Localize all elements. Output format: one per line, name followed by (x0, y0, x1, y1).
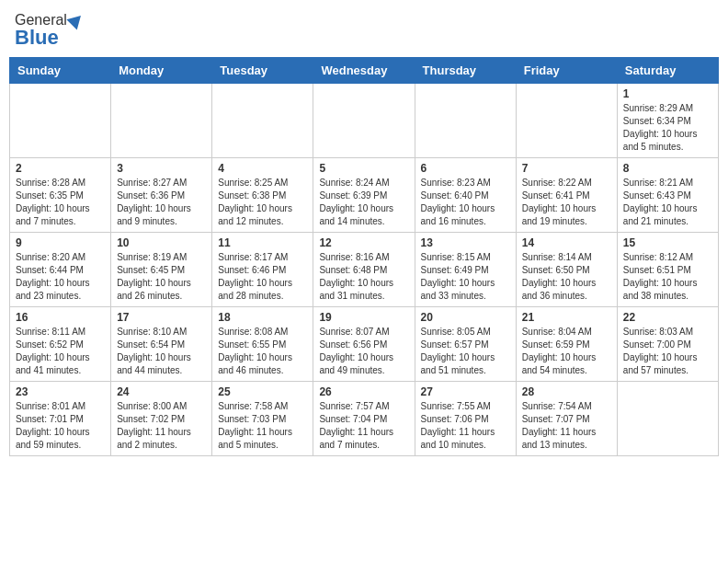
calendar-cell: 18Sunrise: 8:08 AM Sunset: 6:55 PM Dayli… (212, 307, 313, 382)
calendar-cell (313, 84, 415, 158)
weekday-header: Monday (111, 58, 212, 84)
calendar-header-row: SundayMondayTuesdayWednesdayThursdayFrid… (10, 58, 719, 84)
day-number: 25 (218, 385, 307, 398)
day-info: Sunrise: 8:12 AM Sunset: 6:51 PM Dayligh… (623, 251, 712, 303)
calendar-cell: 11Sunrise: 8:17 AM Sunset: 6:46 PM Dayli… (212, 233, 313, 307)
calendar-cell: 19Sunrise: 8:07 AM Sunset: 6:56 PM Dayli… (313, 307, 415, 382)
weekday-header: Thursday (415, 58, 516, 84)
page-header: General Blue (9, 9, 719, 52)
calendar-cell: 2Sunrise: 8:28 AM Sunset: 6:35 PM Daylig… (10, 158, 111, 233)
day-info: Sunrise: 8:29 AM Sunset: 6:34 PM Dayligh… (623, 102, 712, 154)
day-info: Sunrise: 8:00 AM Sunset: 7:02 PM Dayligh… (117, 400, 206, 452)
calendar-cell: 24Sunrise: 8:00 AM Sunset: 7:02 PM Dayli… (111, 382, 212, 456)
day-number: 4 (218, 162, 307, 175)
day-number: 6 (421, 162, 510, 175)
day-info: Sunrise: 8:04 AM Sunset: 6:59 PM Dayligh… (522, 326, 611, 377)
day-number: 23 (16, 385, 105, 398)
day-number: 15 (623, 236, 712, 249)
day-number: 1 (623, 87, 712, 100)
day-info: Sunrise: 8:14 AM Sunset: 6:50 PM Dayligh… (522, 251, 611, 303)
day-info: Sunrise: 8:22 AM Sunset: 6:41 PM Dayligh… (522, 177, 611, 228)
calendar-week-row: 16Sunrise: 8:11 AM Sunset: 6:52 PM Dayli… (10, 307, 719, 382)
weekday-header: Tuesday (212, 58, 313, 84)
day-number: 24 (117, 385, 206, 398)
calendar-cell: 26Sunrise: 7:57 AM Sunset: 7:04 PM Dayli… (313, 382, 415, 456)
day-number: 26 (319, 385, 408, 398)
day-info: Sunrise: 8:03 AM Sunset: 7:00 PM Dayligh… (623, 326, 712, 377)
day-info: Sunrise: 8:19 AM Sunset: 6:45 PM Dayligh… (117, 251, 206, 303)
calendar-cell: 16Sunrise: 8:11 AM Sunset: 6:52 PM Dayli… (10, 307, 111, 382)
weekday-header: Sunday (10, 58, 111, 84)
day-info: Sunrise: 8:08 AM Sunset: 6:55 PM Dayligh… (218, 326, 307, 377)
day-info: Sunrise: 8:07 AM Sunset: 6:56 PM Dayligh… (319, 326, 408, 377)
day-number: 9 (16, 236, 105, 249)
calendar-cell: 5Sunrise: 8:24 AM Sunset: 6:39 PM Daylig… (313, 158, 415, 233)
day-number: 10 (117, 236, 206, 249)
day-number: 13 (421, 236, 510, 249)
day-number: 14 (522, 236, 611, 249)
day-info: Sunrise: 8:15 AM Sunset: 6:49 PM Dayligh… (421, 251, 510, 303)
day-info: Sunrise: 8:20 AM Sunset: 6:44 PM Dayligh… (16, 251, 105, 303)
day-info: Sunrise: 7:54 AM Sunset: 7:07 PM Dayligh… (522, 400, 611, 452)
day-number: 16 (16, 311, 105, 324)
calendar-cell: 9Sunrise: 8:20 AM Sunset: 6:44 PM Daylig… (10, 233, 111, 307)
calendar-cell: 10Sunrise: 8:19 AM Sunset: 6:45 PM Dayli… (111, 233, 212, 307)
day-number: 12 (319, 236, 408, 249)
calendar-cell (617, 382, 718, 456)
calendar-cell (415, 84, 516, 158)
calendar-cell: 3Sunrise: 8:27 AM Sunset: 6:36 PM Daylig… (111, 158, 212, 233)
day-info: Sunrise: 8:28 AM Sunset: 6:35 PM Dayligh… (16, 177, 105, 228)
calendar-cell: 8Sunrise: 8:21 AM Sunset: 6:43 PM Daylig… (617, 158, 718, 233)
logo-triangle-icon (66, 10, 85, 29)
day-number: 21 (522, 311, 611, 324)
calendar-cell: 17Sunrise: 8:10 AM Sunset: 6:54 PM Dayli… (111, 307, 212, 382)
day-number: 8 (623, 162, 712, 175)
logo: General Blue (15, 13, 84, 48)
day-info: Sunrise: 8:11 AM Sunset: 6:52 PM Dayligh… (16, 326, 105, 377)
day-info: Sunrise: 8:23 AM Sunset: 6:40 PM Dayligh… (421, 177, 510, 228)
day-number: 3 (117, 162, 206, 175)
day-info: Sunrise: 8:24 AM Sunset: 6:39 PM Dayligh… (319, 177, 408, 228)
day-info: Sunrise: 7:55 AM Sunset: 7:06 PM Dayligh… (421, 400, 510, 452)
day-info: Sunrise: 8:25 AM Sunset: 6:38 PM Dayligh… (218, 177, 307, 228)
calendar-cell (212, 84, 313, 158)
calendar-cell: 12Sunrise: 8:16 AM Sunset: 6:48 PM Dayli… (313, 233, 415, 307)
day-info: Sunrise: 8:17 AM Sunset: 6:46 PM Dayligh… (218, 251, 307, 303)
calendar-cell: 14Sunrise: 8:14 AM Sunset: 6:50 PM Dayli… (516, 233, 617, 307)
calendar-cell: 6Sunrise: 8:23 AM Sunset: 6:40 PM Daylig… (415, 158, 516, 233)
calendar-cell: 28Sunrise: 7:54 AM Sunset: 7:07 PM Dayli… (516, 382, 617, 456)
day-number: 19 (319, 311, 408, 324)
calendar-week-row: 1Sunrise: 8:29 AM Sunset: 6:34 PM Daylig… (10, 84, 719, 158)
day-number: 22 (623, 311, 712, 324)
calendar-cell (10, 84, 111, 158)
calendar-cell: 22Sunrise: 8:03 AM Sunset: 7:00 PM Dayli… (617, 307, 718, 382)
logo-blue-text: Blue (15, 28, 59, 48)
day-info: Sunrise: 8:27 AM Sunset: 6:36 PM Dayligh… (117, 177, 206, 228)
day-number: 28 (522, 385, 611, 398)
calendar-table: SundayMondayTuesdayWednesdayThursdayFrid… (9, 57, 719, 456)
day-info: Sunrise: 7:57 AM Sunset: 7:04 PM Dayligh… (319, 400, 408, 452)
calendar-cell: 15Sunrise: 8:12 AM Sunset: 6:51 PM Dayli… (617, 233, 718, 307)
calendar-week-row: 9Sunrise: 8:20 AM Sunset: 6:44 PM Daylig… (10, 233, 719, 307)
calendar-cell: 1Sunrise: 8:29 AM Sunset: 6:34 PM Daylig… (617, 84, 718, 158)
calendar-week-row: 23Sunrise: 8:01 AM Sunset: 7:01 PM Dayli… (10, 382, 719, 456)
day-number: 17 (117, 311, 206, 324)
day-number: 18 (218, 311, 307, 324)
calendar-cell: 23Sunrise: 8:01 AM Sunset: 7:01 PM Dayli… (10, 382, 111, 456)
calendar-week-row: 2Sunrise: 8:28 AM Sunset: 6:35 PM Daylig… (10, 158, 719, 233)
day-number: 20 (421, 311, 510, 324)
day-number: 27 (421, 385, 510, 398)
weekday-header: Wednesday (313, 58, 415, 84)
day-info: Sunrise: 8:21 AM Sunset: 6:43 PM Dayligh… (623, 177, 712, 228)
calendar-cell: 4Sunrise: 8:25 AM Sunset: 6:38 PM Daylig… (212, 158, 313, 233)
weekday-header: Saturday (617, 58, 718, 84)
day-info: Sunrise: 8:16 AM Sunset: 6:48 PM Dayligh… (319, 251, 408, 303)
calendar-cell: 13Sunrise: 8:15 AM Sunset: 6:49 PM Dayli… (415, 233, 516, 307)
calendar-cell: 21Sunrise: 8:04 AM Sunset: 6:59 PM Dayli… (516, 307, 617, 382)
calendar-cell: 20Sunrise: 8:05 AM Sunset: 6:57 PM Dayli… (415, 307, 516, 382)
day-number: 2 (16, 162, 105, 175)
day-number: 5 (319, 162, 408, 175)
day-number: 11 (218, 236, 307, 249)
day-info: Sunrise: 8:10 AM Sunset: 6:54 PM Dayligh… (117, 326, 206, 377)
calendar-cell (111, 84, 212, 158)
